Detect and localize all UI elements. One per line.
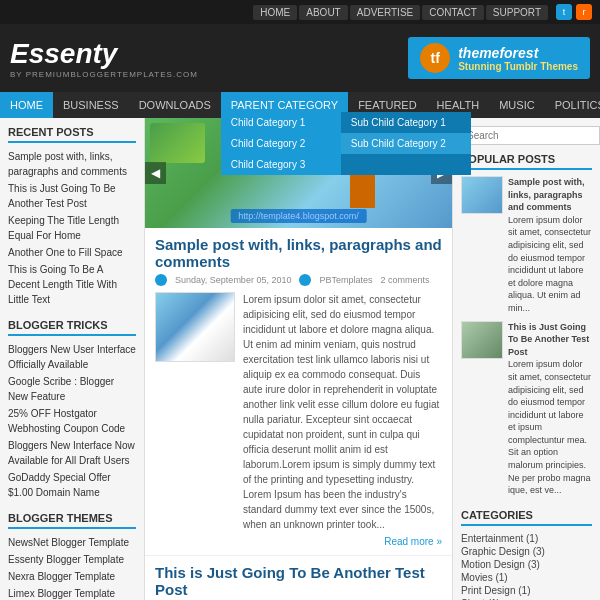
calendar-icon: [155, 274, 167, 286]
twitter-icon[interactable]: t: [556, 4, 572, 20]
left-sidebar: RECENT POSTS Sample post with, links, pa…: [0, 118, 145, 600]
topnav-support[interactable]: SUPPORT: [486, 5, 548, 20]
nav-politics[interactable]: POLITICS: [545, 92, 600, 118]
categories-section: CATEGORIES Entertainment (1) Graphic Des…: [461, 509, 592, 600]
featured-prev-button[interactable]: ◀: [145, 162, 166, 184]
sub-child1[interactable]: Sub Child Category 1: [341, 112, 471, 133]
topnav-about[interactable]: ABOUT: [299, 5, 347, 20]
topnav-contact[interactable]: CONTACT: [422, 5, 484, 20]
recent-posts-title: RECENT POSTS: [8, 126, 136, 143]
sub-child2[interactable]: Sub Child Category 2: [341, 133, 471, 154]
trick-5[interactable]: GoDaddy Special Offer $1.00 Domain Name: [8, 470, 136, 500]
recent-post-3[interactable]: Keeping The Title Length Equal For Home: [8, 213, 136, 243]
popular-post-2: This is Just Going To Be Another Test Po…: [461, 321, 592, 497]
trick-1[interactable]: Bloggers New User Interface Officially A…: [8, 342, 136, 372]
blogger-themes-title: BLOGGER THEMES: [8, 512, 136, 529]
header-banner[interactable]: tf themeforest Stunning Tumblr Themes: [408, 37, 590, 79]
post-1-date: Sunday, September 05, 2010: [175, 275, 291, 285]
theme-2[interactable]: Essenty Blogger Template: [8, 552, 136, 567]
recent-post-1[interactable]: Sample post with, links, paragraphs and …: [8, 149, 136, 179]
pop-thumb-2: [461, 321, 503, 359]
post-2-title[interactable]: This is Just Going To Be Another Test Po…: [155, 564, 442, 598]
topnav-home[interactable]: HOME: [253, 5, 297, 20]
top-navbar: HOME ABOUT ADVERTISE CONTACT SUPPORT t r: [0, 0, 600, 24]
category-5[interactable]: Print Design (1): [461, 584, 592, 597]
right-sidebar: 🔍 POPULAR POSTS Sample post with, links,…: [452, 118, 600, 600]
rss-icon[interactable]: r: [576, 4, 592, 20]
post-1-meta: Sunday, September 05, 2010 PBTemplates 2…: [155, 274, 442, 286]
trick-3[interactable]: 25% OFF Hostgator Webhosting Coupon Code: [8, 406, 136, 436]
categories-title: CATEGORIES: [461, 509, 592, 526]
search-input[interactable]: [461, 126, 600, 145]
nav-music[interactable]: MUSIC: [489, 92, 544, 118]
post-1-body: Lorem ipsum dolor sit amet, consectetur …: [155, 292, 442, 547]
sub-dropdown: Sub Child Category 1 Sub Child Category …: [341, 112, 471, 175]
post-1-thumbnail: [155, 292, 235, 362]
popular-posts-section: POPULAR POSTS Sample post with, links, p…: [461, 153, 592, 497]
category-3[interactable]: Motion Design (3): [461, 558, 592, 571]
theme-4[interactable]: Limex Blogger Template: [8, 586, 136, 600]
dropdown-child3[interactable]: Child Category 3: [221, 154, 341, 175]
trick-2[interactable]: Google Scribe : Blogger New Feature: [8, 374, 136, 404]
pop-text-2: This is Just Going To Be Another Test Po…: [508, 321, 592, 497]
nav-downloads[interactable]: DOWNLOADS: [129, 92, 221, 118]
nav-home[interactable]: HOME: [0, 92, 53, 118]
nav-parent-category-wrapper: PARENT CATEGORY Child Category 1 Child C…: [221, 98, 348, 112]
theme-1[interactable]: NewsNet Blogger Template: [8, 535, 136, 550]
main-navbar: HOME BUSINESS DOWNLOADS PARENT CATEGORY …: [0, 92, 600, 118]
nav-business[interactable]: BUSINESS: [53, 92, 129, 118]
tree-decoration: [150, 123, 205, 163]
pop-excerpt-1: Lorem ipsum dolor sit amet, consectetur …: [508, 214, 592, 315]
blogger-tricks-title: BLOGGER TRICKS: [8, 319, 136, 336]
search-box: 🔍: [461, 126, 592, 145]
author-icon: [299, 274, 311, 286]
content-wrapper: RECENT POSTS Sample post with, links, pa…: [0, 118, 600, 600]
featured-url: http://template4.blogspot.com/: [230, 209, 367, 223]
main-content: ◀ ▶ http://template4.blogspot.com/ Sampl…: [145, 118, 452, 600]
post-1-text: Lorem ipsum dolor sit amet, consectetur …: [243, 292, 442, 532]
trick-4[interactable]: Bloggers New Interface Now Available for…: [8, 438, 136, 468]
pop-title-2[interactable]: This is Just Going To Be Another Test Po…: [508, 322, 589, 357]
pop-excerpt-2: Lorem ipsum dolor sit amet, consectetur …: [508, 358, 592, 497]
banner-text: themeforest Stunning Tumblr Themes: [458, 45, 578, 72]
dropdown-child1[interactable]: Child Category 1: [221, 112, 341, 133]
logo-subtitle: BY PREMIUMBLOGGERTEMPLATES.COM: [10, 70, 198, 79]
recent-post-5[interactable]: This is Going To Be A Decent Length Titl…: [8, 262, 136, 307]
site-logo: Essenty: [10, 38, 198, 70]
pop-text-1: Sample post with, links, paragraphs and …: [508, 176, 592, 315]
popular-post-1: Sample post with, links, paragraphs and …: [461, 176, 592, 315]
post-2: This is Just Going To Be Another Test Po…: [145, 556, 452, 600]
blogger-themes-section: BLOGGER THEMES NewsNet Blogger Template …: [8, 512, 136, 600]
dropdown-child2[interactable]: Child Category 2: [221, 133, 341, 154]
pop-thumb-1: [461, 176, 503, 214]
post-1-read-more[interactable]: Read more »: [384, 536, 442, 547]
recent-post-4[interactable]: Another One to Fill Space: [8, 245, 136, 260]
category-1[interactable]: Entertainment (1): [461, 532, 592, 545]
parent-dropdown: Child Category 1 Child Category 2 Child …: [221, 112, 471, 175]
post-1-comments[interactable]: 2 comments: [380, 275, 429, 285]
category-4[interactable]: Movies (1): [461, 571, 592, 584]
recent-post-2[interactable]: This is Just Going To Be Another Test Po…: [8, 181, 136, 211]
pop-title-1[interactable]: Sample post with, links, paragraphs and …: [508, 177, 585, 212]
post-1: Sample post with, links, paragraphs and …: [145, 228, 452, 556]
recent-posts-section: RECENT POSTS Sample post with, links, pa…: [8, 126, 136, 307]
site-header: Essenty BY PREMIUMBLOGGERTEMPLATES.COM t…: [0, 24, 600, 92]
banner-tagline: Stunning Tumblr Themes: [458, 61, 578, 72]
post-1-title[interactable]: Sample post with, links, paragraphs and …: [155, 236, 442, 270]
post-1-author[interactable]: PBTemplates: [319, 275, 372, 285]
categories-list: Entertainment (1) Graphic Design (3) Mot…: [461, 532, 592, 600]
topnav-advertise[interactable]: ADVERTISE: [350, 5, 421, 20]
themeforest-icon: tf: [420, 43, 450, 73]
category-2[interactable]: Graphic Design (3): [461, 545, 592, 558]
blogger-tricks-section: BLOGGER TRICKS Bloggers New User Interfa…: [8, 319, 136, 500]
banner-name: themeforest: [458, 45, 578, 61]
theme-3[interactable]: Nexra Blogger Template: [8, 569, 136, 584]
popular-posts-title: POPULAR POSTS: [461, 153, 592, 170]
logo-area: Essenty BY PREMIUMBLOGGERTEMPLATES.COM: [10, 38, 198, 79]
